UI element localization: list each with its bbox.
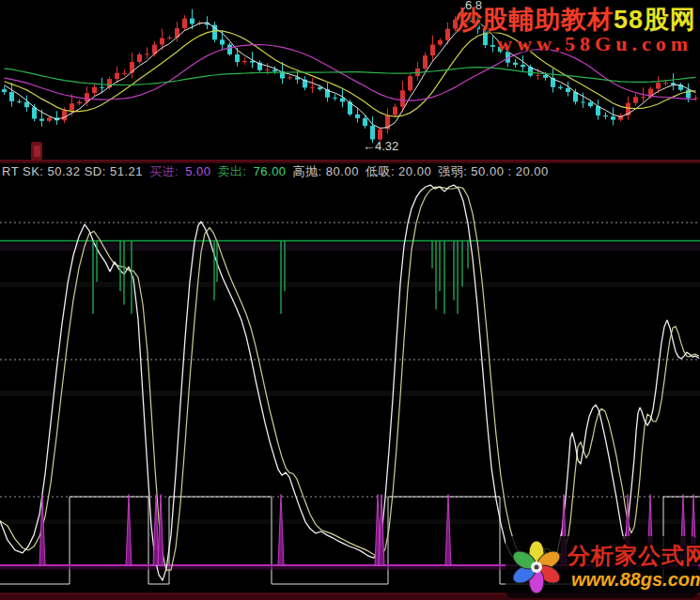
site-name: 分析家公式网	[568, 541, 700, 571]
watermark-title-red: 炒股輔助教材	[456, 6, 614, 34]
indicator-params: RT SK: 50.32 SD: 51.21买进:5.00卖出:76.00高抛:…	[2, 163, 555, 180]
param-segment: RT SK: 50.32 SD: 51.21	[2, 164, 143, 178]
param-segment: 5.00	[185, 164, 210, 178]
param-segment: 买进:	[149, 164, 179, 178]
price-low-label: ←4.32	[363, 139, 398, 153]
param-segment: 高抛: 80.00	[293, 164, 359, 178]
param-segment: 低吸: 20.00	[366, 164, 431, 178]
flower-icon	[509, 538, 564, 596]
watermark-url: www.58Gu.com	[497, 32, 692, 56]
watermark-title-yellow: 58股网	[614, 6, 696, 34]
site-logo: 分析家公式网 www.88gs.com	[506, 536, 698, 598]
param-segment: 76.00	[254, 164, 287, 178]
param-segment: 卖出:	[217, 164, 246, 178]
divider	[0, 142, 700, 163]
site-url: www.88gs.com	[571, 569, 700, 591]
oscillator-pane	[0, 185, 700, 584]
stock-chart-window: 6.8 ←4.32 RT SK: 50.32 SD: 51.21买进:5.00卖…	[0, 0, 700, 600]
param-segment: 强弱: 50.00 : 20.00	[438, 164, 549, 178]
chart-canvas[interactable]	[0, 0, 700, 600]
